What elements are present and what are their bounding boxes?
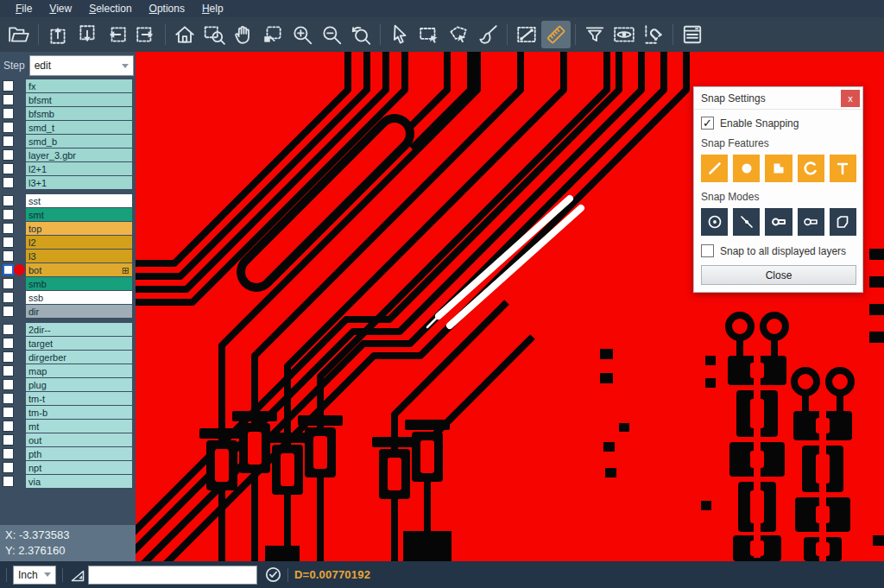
layer-visibility-checkbox[interactable] (3, 136, 14, 147)
layer-row[interactable]: target (0, 337, 136, 350)
layer-visibility-checkbox[interactable] (3, 264, 14, 275)
layer-name[interactable]: top (26, 222, 132, 235)
step-select[interactable]: edit (29, 55, 134, 76)
layer-visibility-checkbox[interactable] (3, 420, 14, 432)
layer-name[interactable]: smd_t (26, 121, 132, 134)
layer-name[interactable]: 2dir-- (26, 323, 132, 336)
layer-row[interactable]: dir (0, 305, 136, 318)
layer-visibility-checkbox[interactable] (3, 149, 14, 161)
view-options-button[interactable] (609, 21, 639, 48)
snap-feature-line-button[interactable] (701, 155, 728, 182)
zoom-in-button[interactable] (287, 21, 317, 48)
layer-name[interactable]: via (26, 475, 132, 488)
layer-row[interactable]: pth (0, 447, 136, 460)
ruler-button[interactable] (541, 21, 571, 48)
layer-row[interactable]: l3+1 (0, 176, 136, 189)
layer-visibility-checkbox[interactable] (3, 177, 14, 188)
layer-row[interactable]: out (0, 433, 136, 446)
layer-visibility-checkbox[interactable] (3, 163, 14, 174)
layer-visibility-checkbox[interactable] (3, 108, 14, 119)
snap-feature-text-button[interactable] (830, 155, 856, 182)
pan-button[interactable] (229, 21, 258, 48)
layer-row-bot-active[interactable]: bot⊞ (0, 263, 136, 276)
layer-row[interactable]: smd_t (0, 121, 136, 134)
layer-name[interactable]: smb (26, 277, 132, 290)
layer-visibility-checkbox[interactable] (3, 476, 14, 487)
layer-name[interactable]: fx (26, 79, 132, 92)
layer-name[interactable]: out (26, 433, 132, 446)
layer-visibility-checkbox[interactable] (3, 393, 14, 404)
layer-visibility-checkbox[interactable] (3, 338, 14, 349)
chevron-down-icon[interactable] (117, 56, 133, 75)
layer-name[interactable]: smd_b (26, 135, 132, 148)
dialog-close-action-button[interactable]: Close (701, 265, 856, 285)
layer-row[interactable]: bfsmt (0, 93, 136, 106)
layer-name[interactable]: bfsmb (26, 107, 132, 120)
report-button[interactable] (678, 21, 707, 48)
move-vertex-button[interactable] (258, 21, 287, 48)
layer-name[interactable]: mt (26, 420, 132, 433)
layer-name[interactable]: bot⊞ (26, 263, 132, 276)
layer-row[interactable]: 2dir-- (0, 323, 136, 336)
layer-visibility-checkbox[interactable] (3, 407, 14, 418)
layer-row[interactable]: bfsmb (0, 107, 136, 120)
select-pointer-button[interactable] (385, 21, 414, 48)
layer-name[interactable]: bfsmt (26, 93, 132, 106)
shift-up-button[interactable] (43, 21, 73, 48)
snap-all-layers-row[interactable]: Snap to all displayed layers (701, 244, 856, 257)
layer-name[interactable]: target (26, 337, 132, 350)
layer-row[interactable]: mt (0, 420, 136, 433)
layer-name[interactable]: smt (26, 208, 132, 221)
layer-visibility-checkbox[interactable] (3, 351, 14, 363)
open-file-button[interactable] (4, 21, 34, 48)
apply-button[interactable] (265, 566, 281, 583)
layer-row[interactable]: sst (0, 194, 136, 207)
layer-row[interactable]: smt (0, 208, 136, 221)
snap-button[interactable] (639, 21, 668, 48)
layer-visibility-checkbox[interactable] (3, 223, 14, 234)
layer-row[interactable]: via (0, 475, 136, 488)
layer-visibility-checkbox[interactable] (3, 94, 14, 105)
menu-options[interactable]: Options (141, 1, 193, 16)
layer-row[interactable]: dirgerber (0, 351, 136, 364)
snap-mode-center-button[interactable] (701, 208, 728, 236)
enable-snapping-checkbox[interactable]: ✓ (701, 117, 714, 130)
layer-visibility-checkbox[interactable] (3, 434, 14, 446)
dialog-title-bar[interactable]: Snap Settings x (694, 87, 862, 110)
layer-name[interactable]: l3+1 (26, 176, 132, 189)
rect-select-button[interactable] (414, 21, 444, 48)
layer-row[interactable]: tm-t (0, 392, 136, 405)
snap-feature-arc-button[interactable] (798, 155, 824, 182)
measure-line-button[interactable] (512, 21, 541, 48)
shift-down-button[interactable] (73, 21, 102, 48)
layer-row[interactable]: plug (0, 378, 136, 391)
home-view-button[interactable] (170, 21, 199, 48)
snap-mode-contour-button[interactable] (830, 208, 856, 236)
layer-row[interactable]: tm-b (0, 406, 136, 419)
layer-row[interactable]: l2+1 (0, 162, 136, 175)
layer-visibility-checkbox[interactable] (3, 278, 14, 289)
layer-row[interactable]: smb (0, 277, 136, 290)
layer-name[interactable]: dirgerber (26, 351, 132, 364)
menu-view[interactable]: View (41, 1, 80, 16)
layer-row[interactable]: l3 (0, 250, 136, 262)
layer-row[interactable]: ssb (0, 291, 136, 304)
layer-name[interactable]: l2+1 (26, 162, 132, 175)
layer-row[interactable]: layer_3.gbr (0, 149, 136, 161)
layer-row[interactable]: npt (0, 461, 136, 474)
menu-file[interactable]: File (7, 1, 41, 16)
layer-name[interactable]: ssb (26, 291, 132, 304)
snap-mode-point-on-line-button[interactable] (733, 208, 760, 236)
layer-visibility-checkbox[interactable] (3, 250, 14, 262)
layer-visibility-checkbox[interactable] (3, 379, 14, 390)
expression-input[interactable] (88, 566, 257, 585)
layer-visibility-checkbox[interactable] (3, 462, 14, 473)
layer-name[interactable]: tm-t (26, 392, 132, 405)
layer-name[interactable]: map (26, 364, 132, 377)
shift-left-button[interactable] (102, 21, 131, 48)
layer-visibility-checkbox[interactable] (3, 324, 14, 335)
layer-visibility-checkbox[interactable] (3, 195, 14, 206)
layer-row[interactable]: l2 (0, 236, 136, 249)
layer-name[interactable]: l3 (26, 250, 132, 262)
poly-select-button[interactable] (444, 21, 473, 48)
